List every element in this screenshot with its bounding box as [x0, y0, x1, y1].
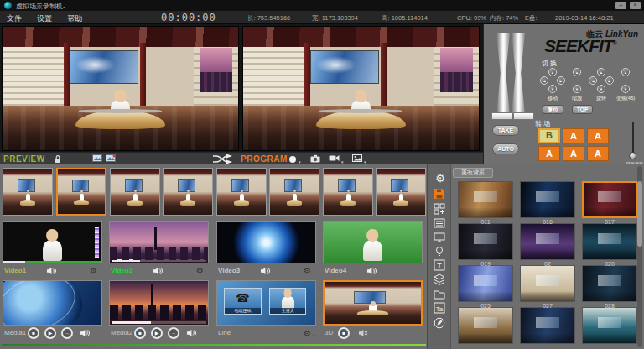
change-background-button[interactable]: 更改背景 — [453, 168, 493, 178]
camera-angle-thumb[interactable] — [110, 168, 160, 216]
video4-thumb[interactable] — [323, 221, 423, 263]
video1-thumb[interactable] — [3, 221, 102, 263]
gear-icon[interactable]: ⚙ — [304, 329, 311, 338]
scene-thumb-019[interactable] — [458, 223, 513, 260]
transition-button-a[interactable]: A — [587, 146, 609, 161]
pad-down-button[interactable]: ▼ — [548, 85, 557, 93]
camera-angle-thumb[interactable] — [269, 168, 319, 216]
program-monitor[interactable] — [242, 26, 480, 151]
video3-thumb[interactable] — [216, 221, 316, 263]
preview-monitor[interactable] — [2, 26, 239, 151]
scene-thumb-020[interactable] — [582, 223, 637, 260]
camera-angle-thumb[interactable] — [323, 168, 373, 216]
swap-transition-icon[interactable] — [211, 154, 233, 163]
folder-icon[interactable] — [434, 289, 447, 302]
scene-thumb-011[interactable] — [458, 181, 513, 218]
pad-up-button[interactable]: ▲ — [597, 68, 605, 76]
scene-thumb[interactable] — [520, 307, 575, 344]
transition-button-a[interactable]: A — [587, 128, 609, 143]
tbar-handle[interactable] — [491, 112, 512, 120]
pad-down-button[interactable]: ▼ — [621, 85, 630, 93]
lock-icon[interactable] — [54, 154, 62, 164]
take-button[interactable]: TAKE — [492, 125, 519, 136]
line-thumb[interactable]: ☎ 电话连线 主持人 — [216, 280, 316, 326]
gear-icon[interactable]: ⚙ — [304, 266, 311, 275]
media2-thumb[interactable] — [109, 280, 209, 326]
speaker-icon[interactable] — [186, 329, 197, 337]
scene-thumb-017-selected[interactable] — [582, 181, 637, 218]
play-button[interactable]: ▶ — [44, 327, 56, 339]
pad-up-button[interactable]: ▲ — [573, 68, 581, 76]
subtitle-text-icon[interactable]: T — [434, 259, 447, 273]
transition-speed-thumb[interactable] — [629, 152, 636, 159]
scene-thumb[interactable] — [582, 307, 637, 344]
pad-left-button[interactable]: ◀ — [589, 76, 597, 85]
scenes-grid-icon[interactable] — [434, 203, 447, 216]
close-button[interactable]: × — [630, 2, 641, 9]
auto-button[interactable]: AUTO — [492, 143, 519, 154]
next-loop-button[interactable]: → — [168, 327, 179, 339]
gear-icon[interactable]: ⚙ — [90, 266, 97, 275]
scene-thumb-02[interactable] — [520, 223, 575, 260]
transition-button-b[interactable]: B — [538, 128, 560, 143]
scene-thumb-016[interactable] — [520, 181, 575, 218]
play-button[interactable]: ▶ — [151, 327, 163, 339]
scene-thumb-027[interactable] — [520, 265, 575, 302]
transition-button-a[interactable]: A — [563, 128, 584, 143]
draw-pen-icon[interactable] — [434, 317, 447, 331]
layers-icon[interactable] — [434, 273, 447, 287]
scene-thumb-028[interactable] — [582, 265, 637, 302]
video2-thumb[interactable] — [109, 221, 209, 263]
video-record-icon[interactable] — [329, 154, 340, 164]
pad-down-button[interactable]: ▼ — [573, 85, 581, 93]
gear-caret-icon[interactable]: ▾ — [313, 333, 315, 338]
media1-thumb[interactable] — [3, 280, 102, 326]
save-floppy-icon[interactable] — [434, 188, 447, 201]
stop-button[interactable]: ■ — [134, 327, 146, 339]
tbar-blade[interactable] — [512, 33, 525, 114]
camera-angle-thumb-selected[interactable] — [56, 168, 106, 216]
tbar-blade[interactable] — [496, 33, 510, 114]
camera-angle-thumb[interactable] — [376, 168, 426, 216]
pad-up-button[interactable]: ▲ — [548, 68, 557, 76]
camera-angle-thumb[interactable] — [216, 168, 267, 216]
speaker-icon[interactable] — [153, 267, 164, 275]
tbar-handle[interactable] — [513, 112, 534, 120]
camera-angle-thumb[interactable] — [3, 168, 53, 216]
image-capture-icon[interactable] — [352, 154, 362, 164]
playlist-icon[interactable] — [434, 217, 447, 231]
camera-angle-thumb[interactable] — [163, 168, 213, 216]
host-box[interactable]: 主持人 — [269, 288, 306, 314]
snapshot-camera-icon[interactable] — [310, 154, 320, 164]
phone-call-box[interactable]: ☎ 电话连线 — [224, 288, 261, 314]
settings-gear-icon[interactable]: ⚙ — [434, 173, 447, 186]
top-button[interactable]: TOP — [572, 105, 593, 114]
record-dot-icon[interactable] — [289, 156, 296, 163]
scene-thumb-025[interactable] — [458, 265, 513, 302]
flip-image-icon[interactable] — [92, 154, 103, 164]
pad-down-button[interactable]: ▼ — [597, 85, 605, 93]
3d-scene-thumb-selected[interactable] — [323, 280, 423, 326]
monitor-icon[interactable] — [434, 232, 447, 245]
gallery-scrollbar-thumb[interactable] — [637, 181, 642, 247]
transition-button-a[interactable]: A — [563, 146, 584, 161]
stop-button[interactable]: ■ — [28, 327, 39, 339]
next-loop-button[interactable]: → — [61, 327, 73, 339]
minimize-button[interactable]: – — [615, 2, 626, 9]
transition-button-a[interactable]: A — [538, 146, 560, 161]
stop-button[interactable]: ■ — [338, 327, 350, 339]
menu-file[interactable]: 文件 — [7, 13, 22, 24]
scene-thumb[interactable] — [458, 307, 513, 344]
gear-icon[interactable]: ⚙ — [196, 266, 204, 275]
text-ta-icon[interactable]: Ta — [434, 302, 447, 315]
speaker-muted-icon[interactable] — [358, 329, 369, 337]
reset-button[interactable]: 复位 — [543, 105, 564, 114]
speaker-icon[interactable] — [366, 267, 377, 275]
pad-up-button[interactable]: ▲ — [621, 68, 630, 76]
pad-left-button[interactable]: ◀ — [540, 76, 548, 85]
light-bulb-icon[interactable] — [434, 245, 447, 258]
speaker-icon[interactable] — [80, 329, 91, 337]
flip-image-badge-icon[interactable] — [106, 154, 117, 164]
speaker-icon[interactable] — [260, 267, 271, 275]
menu-settings[interactable]: 设置 — [37, 13, 52, 24]
